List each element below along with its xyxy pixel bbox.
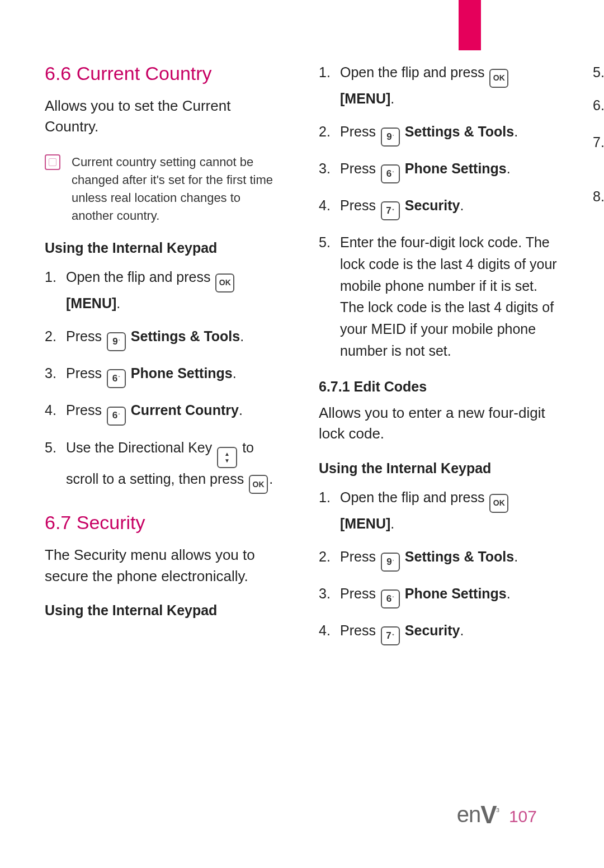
punct: .	[507, 586, 511, 601]
list-item: Open the flip and press OK [MENU].	[45, 266, 285, 314]
list-item: Enter your new lock code, then enter it …	[593, 186, 604, 229]
steps-6-6: Open the flip and press OK [MENU]. Press…	[45, 266, 285, 494]
heading-6-7: 6.7 Security	[45, 511, 285, 535]
ok-key-icon: OK	[249, 475, 268, 494]
step-text: Open the flip and press	[340, 489, 488, 505]
page-tab-marker	[459, 0, 481, 50]
key-9-icon: 9'	[381, 128, 400, 147]
step-text: Press	[66, 402, 106, 418]
step-text: Open the flip and press	[66, 269, 214, 285]
list-item: Use the Directional Key ▲▼ to scroll to …	[45, 437, 285, 494]
heading-title: Security	[77, 512, 145, 533]
step-text: Press	[340, 622, 380, 638]
heading-6-6: 6.6 Current Country	[45, 62, 285, 86]
punct: .	[116, 295, 120, 311]
page-footer: enV³ 107	[457, 801, 537, 829]
step-text: Press	[66, 328, 106, 344]
intro-6-6: Allows you to set the Current Country.	[45, 96, 285, 138]
list-item: Press 7* Security.	[319, 195, 559, 220]
steps-6-7: Open the flip and press OK [MENU]. Press…	[319, 62, 559, 362]
list-item: Press 6ˆ Phone Settings.	[319, 583, 559, 608]
phone-settings-label: Phone Settings	[405, 161, 507, 176]
key-9-icon: 9'	[107, 332, 126, 351]
punct: .	[390, 516, 394, 531]
subheading-6-7-1: Using the Internal Keypad	[319, 460, 559, 477]
current-country-label: Current Country	[131, 402, 239, 418]
heading-number: 6.6	[45, 63, 71, 84]
punct: .	[239, 402, 243, 418]
menu-label: [MENU]	[340, 91, 390, 106]
security-label: Security	[405, 197, 460, 213]
punct: .	[507, 161, 511, 176]
directional-key-icon: ▲▼	[217, 447, 237, 468]
punct: .	[240, 328, 244, 344]
key-6-icon: 6ˆ	[107, 407, 126, 426]
step-text: Press	[340, 161, 380, 176]
settings-tools-label: Settings & Tools	[131, 328, 240, 344]
step-text: Press	[340, 549, 380, 564]
note-block: Current country setting cannot be change…	[45, 153, 285, 225]
list-item: Press 6ˆ Phone Settings.	[319, 158, 559, 183]
list-item: Open the flip and press OK [MENU].	[319, 487, 559, 535]
list-item: Press 9' Settings & Tools.	[45, 326, 285, 351]
step-text: Open the flip and press	[340, 64, 488, 80]
step-text: Press	[340, 197, 380, 213]
phone-settings-label: Phone Settings	[405, 586, 507, 601]
ok-key-icon: OK	[489, 494, 508, 513]
step-text: Press	[66, 365, 106, 381]
step-text: Enter the four-digit lock code. The lock…	[340, 234, 557, 358]
punct: .	[233, 365, 237, 381]
settings-tools-label: Settings & Tools	[405, 549, 514, 564]
security-label: Security	[405, 622, 460, 638]
subheading-6-6: Using the Internal Keypad	[45, 240, 285, 256]
heading-title: Current Country	[77, 63, 212, 84]
list-item: Press 6ˆ Phone Settings.	[45, 362, 285, 388]
brand-logo: enV³	[457, 801, 499, 829]
intro-6-7: The Security menu allows you to secure t…	[45, 545, 285, 587]
heading-6-7-1: 6.7.1 Edit Codes	[319, 379, 559, 395]
punct: .	[460, 197, 464, 213]
list-item: Press 1’ Edit Codes.	[593, 95, 604, 120]
punct: .	[514, 549, 518, 564]
subheading-6-7: Using the Internal Keypad	[45, 602, 285, 619]
list-item: Enter the four-digit lock code. The lock…	[319, 232, 559, 362]
clipboard-icon	[45, 154, 60, 170]
menu-label: [MENU]	[66, 295, 116, 311]
intro-6-7-1: Allows you to enter a new four-digit loc…	[319, 403, 559, 445]
step-text: Use the Directional Key	[66, 440, 216, 455]
list-item: Press 7* Security.	[319, 620, 559, 645]
page-body: 6.6 Current Country Allows you to set th…	[45, 62, 559, 790]
step-text: Press	[340, 124, 380, 139]
punct: .	[269, 471, 273, 487]
key-6-icon: 6ˆ	[107, 369, 126, 388]
ok-key-icon: OK	[489, 69, 508, 88]
menu-label: [MENU]	[340, 516, 390, 531]
list-item: Open the flip and press OK [MENU].	[319, 62, 559, 110]
key-6-icon: 6ˆ	[381, 589, 400, 608]
list-item: Press 9' Settings & Tools.	[319, 121, 559, 147]
list-item: Enter the four-digit lock code.	[593, 62, 604, 83]
key-7-icon: 7*	[381, 626, 400, 645]
step-text: Press	[340, 586, 380, 601]
punct: .	[460, 622, 464, 638]
key-9-icon: 9'	[381, 553, 400, 572]
list-item: Select Phone Only or Calls & Services.	[593, 131, 604, 175]
list-item: Press 6ˆ Current Country.	[45, 399, 285, 425]
punct: .	[514, 124, 518, 139]
key-7-icon: 7*	[381, 201, 400, 220]
heading-number: 6.7	[45, 512, 71, 533]
phone-settings-label: Phone Settings	[131, 365, 233, 381]
list-item: Press 9' Settings & Tools.	[319, 546, 559, 572]
note-text: Current country setting cannot be change…	[72, 153, 285, 225]
key-6-icon: 6ˆ	[381, 164, 400, 183]
ok-key-icon: OK	[215, 273, 234, 293]
page-number: 107	[509, 807, 537, 826]
settings-tools-label: Settings & Tools	[405, 124, 514, 139]
punct: .	[390, 91, 394, 106]
